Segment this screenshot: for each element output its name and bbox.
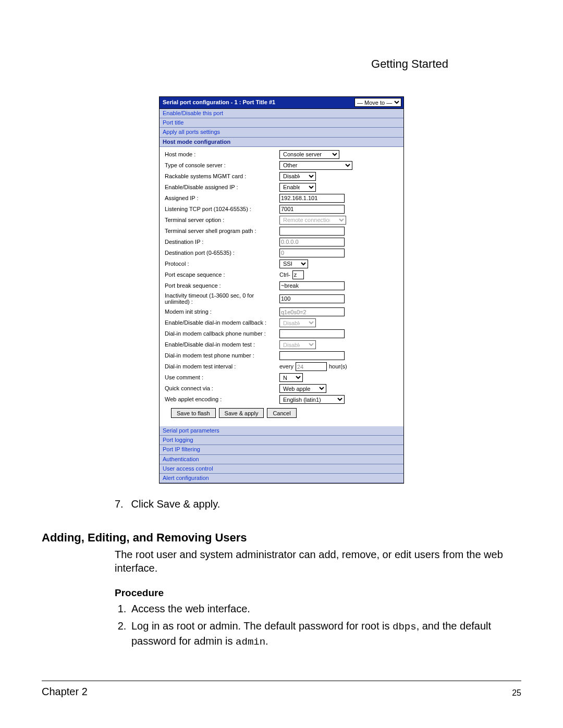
config-panel-screenshot: Serial port configuration - 1 : Port Tit…: [159, 96, 404, 484]
select-term-srv-opt: Remote connection: [279, 216, 346, 225]
link-authentication[interactable]: Authentication: [160, 455, 403, 464]
code-admin: admin: [236, 636, 265, 648]
label-dialin-cb-en: Enable/Disable dial-in modem callback :: [164, 319, 279, 326]
label-protocol: Protocol :: [164, 261, 279, 267]
input-dialin-test-num[interactable]: [279, 351, 345, 360]
select-applet-enc[interactable]: English (latin1): [279, 395, 345, 404]
select-rackable[interactable]: Disable: [279, 172, 316, 181]
proc2-part-a: Log in as root or admin. The default pas…: [131, 620, 393, 632]
btn-save-to-flash[interactable]: Save to flash: [171, 408, 216, 418]
btn-save-apply[interactable]: Save & apply: [219, 408, 264, 418]
input-break-seq[interactable]: [279, 281, 345, 290]
label-quick-connect: Quick connect via :: [164, 385, 279, 392]
footer-page-number: 25: [512, 688, 521, 698]
label-dialin-test-num: Dial-in modem test phone number :: [164, 352, 279, 359]
step-7-suffix: .: [217, 498, 221, 510]
label-dialin-test-int: Dial-in modem test interval :: [164, 363, 279, 370]
select-type-console[interactable]: Other: [279, 161, 352, 170]
link-port-title[interactable]: Port title: [160, 118, 403, 128]
label-assigned-ip: Assigned IP :: [164, 195, 279, 202]
select-assigned-ip-enable[interactable]: Enable: [279, 183, 316, 192]
input-dialin-test-int: [296, 362, 327, 371]
page-section-title: Getting Started: [371, 57, 448, 71]
select-host-mode[interactable]: Console server: [279, 150, 339, 159]
select-protocol[interactable]: SSH: [279, 260, 308, 268]
input-escape-char[interactable]: [292, 270, 304, 279]
heading-adding-users: Adding, Editing, and Removing Users: [42, 531, 521, 545]
label-break-seq: Port break sequence :: [164, 282, 279, 289]
label-dialin-test-en: Enable/Disable dial-in modem test :: [164, 341, 279, 348]
host-mode-form: Host mode : Console server Type of conso…: [160, 147, 403, 426]
proc2-part-c: .: [265, 635, 268, 647]
procedure-step-1: Access the web interface.: [129, 602, 510, 616]
input-dest-port: [279, 249, 345, 257]
input-shell-path[interactable]: [279, 227, 345, 236]
step-7-number: 7.: [115, 498, 128, 510]
interval-prefix: every: [279, 363, 293, 370]
intro-paragraph: The root user and system administrator c…: [115, 548, 511, 575]
input-modem-init: [279, 307, 345, 316]
label-dest-ip: Destination IP :: [164, 239, 279, 245]
input-assigned-ip[interactable]: [279, 194, 345, 203]
link-alert-configuration[interactable]: Alert configuration: [160, 474, 403, 483]
label-applet-enc: Web applet encoding :: [164, 396, 279, 403]
heading-procedure: Procedure: [115, 587, 521, 599]
section-host-mode-config: Host mode configuration: [160, 138, 403, 147]
link-serial-port-parameters[interactable]: Serial port parameters: [160, 426, 403, 436]
link-enable-disable-port[interactable]: Enable/Disable this port: [160, 109, 403, 118]
escape-prefix: Ctrl-: [279, 272, 290, 278]
move-to-select[interactable]: — Move to —: [354, 98, 401, 107]
select-quick-connect[interactable]: Web applet: [279, 384, 326, 393]
label-use-comment: Use comment :: [164, 374, 279, 381]
label-rackable: Rackable systems MGMT card :: [164, 173, 279, 180]
label-assigned-ip-enable: Enable/Disable assigned IP :: [164, 184, 279, 191]
link-user-access-control[interactable]: User access control: [160, 464, 403, 474]
label-dest-port: Destination port (0-65535) :: [164, 250, 279, 256]
input-tcp-port[interactable]: [279, 205, 345, 214]
label-modem-init: Modem init string :: [164, 309, 279, 315]
interval-suffix: hour(s): [329, 363, 347, 370]
select-dialin-test-en: Disable: [279, 340, 316, 349]
step-7-command: Save & apply: [156, 498, 217, 510]
link-port-ip-filtering[interactable]: Port IP filtering: [160, 445, 403, 454]
label-escape-seq: Port escape sequence :: [164, 272, 279, 278]
label-host-mode: Host mode :: [164, 151, 279, 158]
select-use-comment[interactable]: No: [279, 373, 303, 382]
input-dest-ip: [279, 238, 345, 246]
label-type-console: Type of console server :: [164, 162, 279, 169]
step-7-prefix: Click: [131, 498, 157, 510]
footer-rule: [42, 681, 521, 681]
label-dialin-cb-num: Dial-in modem callback phone number :: [164, 330, 279, 337]
footer-chapter: Chapter 2: [42, 686, 88, 698]
btn-cancel[interactable]: Cancel: [267, 408, 296, 418]
panel-title: Serial port configuration - 1 : Port Tit…: [163, 99, 275, 106]
step-7: 7. Click Save & apply.: [115, 498, 220, 510]
link-port-logging[interactable]: Port logging: [160, 436, 403, 445]
procedure-list: Access the web interface. Log in as root…: [129, 602, 510, 649]
link-apply-all-ports[interactable]: Apply all ports settings: [160, 128, 403, 137]
select-dialin-cb-en: Disable: [279, 318, 316, 327]
label-shell-path: Terminal server shell program path :: [164, 228, 279, 235]
label-term-srv-opt: Terminal server option :: [164, 217, 279, 224]
code-dbps: dbps: [393, 621, 417, 633]
input-dialin-cb-num[interactable]: [279, 329, 345, 338]
label-inact-timeout: Inactivity timeout (1-3600 sec, 0 for un…: [164, 292, 279, 305]
label-tcp-port: Listening TCP port (1024-65535) :: [164, 206, 279, 213]
input-inact-timeout[interactable]: [279, 294, 345, 303]
procedure-step-2: Log in as root or admin. The default pas…: [129, 619, 510, 649]
